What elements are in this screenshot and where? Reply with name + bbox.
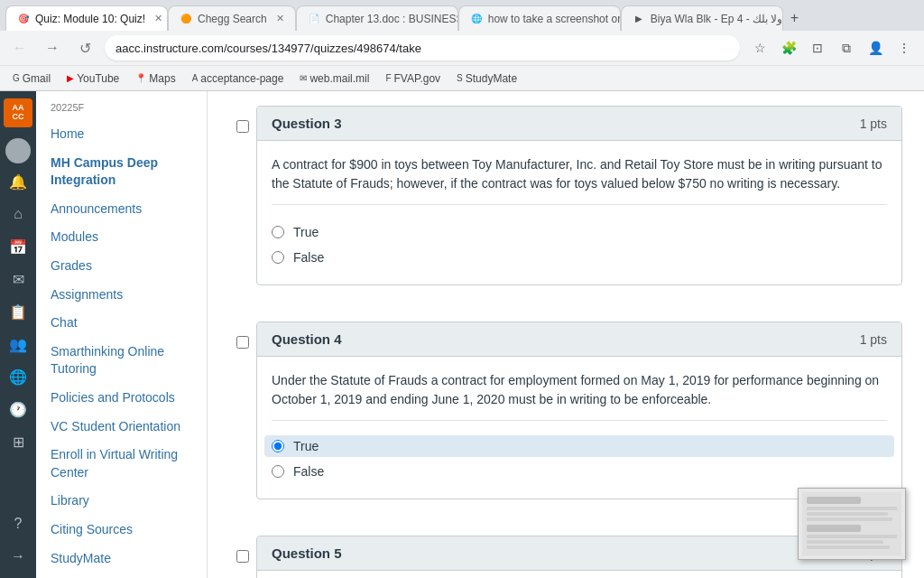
extension-puzzle-button[interactable]: 🧩 — [776, 35, 801, 61]
sidebar-item-home[interactable]: Home — [36, 120, 207, 149]
q3-label-true[interactable]: True — [293, 225, 319, 239]
address-bar-row: ← → ↺ ☆ 🧩 ⊡ ⧉ 👤 ⋮ — [0, 31, 924, 65]
question-4-block: Question 4 1 pts Under the Statute of Fr… — [256, 322, 902, 499]
forward-button[interactable]: → — [40, 35, 65, 61]
q4-checkbox[interactable] — [236, 336, 249, 349]
bookmark-star-button[interactable]: ☆ — [747, 35, 772, 61]
q4-title: Question 4 — [272, 331, 342, 347]
sidebar-item-citing-sources[interactable]: Citing Sources — [36, 516, 207, 545]
q5-title: Question 5 — [272, 545, 342, 561]
q4-label-true[interactable]: True — [293, 439, 319, 453]
tab-label-4: how to take a screenshot on m... — [488, 13, 621, 25]
webmail-favicon: ✉ — [300, 73, 307, 83]
sidebar: 20225F Home MH Campus Deep Integration A… — [36, 91, 208, 578]
tab-active[interactable]: 🎯 Quiz: Module 10: Quiz! ✕ — [5, 5, 168, 31]
tab-bar: 🎯 Quiz: Module 10: Quiz! ✕ 🟠 Chegg Searc… — [0, 0, 924, 31]
new-tab-button[interactable]: + — [783, 5, 806, 31]
globe-rail-icon[interactable]: 🌐 — [4, 362, 32, 391]
q3-text: A contract for $900 in toys between Toy … — [272, 155, 887, 205]
q4-radio-true[interactable] — [272, 440, 284, 452]
q5-checkbox[interactable] — [236, 550, 249, 563]
bookmark-maps-label: Maps — [149, 72, 175, 85]
q4-answer-2[interactable]: False — [272, 459, 887, 484]
q4-radio-false[interactable] — [272, 465, 284, 478]
clock-rail-icon[interactable]: 🕐 — [4, 395, 32, 424]
q4-body: Under the Statute of Frauds a contract f… — [257, 357, 901, 499]
bookmark-youtube[interactable]: ▶ YouTube — [61, 70, 125, 87]
grid-rail-icon[interactable]: ⊞ — [4, 427, 32, 456]
sidebar-item-vc-orientation[interactable]: VC Student Orientation — [36, 413, 207, 442]
svg-rect-4 — [807, 517, 892, 521]
question-3-row: Question 3 1 pts A contract for $900 in … — [229, 106, 902, 303]
refresh-button[interactable]: ↺ — [72, 35, 97, 61]
tab-label-2: Chegg Search — [198, 13, 267, 25]
grades-rail-icon[interactable]: 📋 — [4, 297, 32, 326]
address-input[interactable] — [105, 35, 740, 61]
bookmark-fvap-label: FVAP.gov — [394, 72, 441, 85]
sidebar-item-studymate[interactable]: StudyMate — [36, 545, 207, 573]
sidebar-item-announcements[interactable]: Announcements — [36, 195, 207, 224]
q4-text: Under the Statute of Frauds a contract f… — [272, 371, 887, 421]
window-button[interactable]: ⧉ — [834, 35, 859, 61]
q3-checkbox[interactable] — [236, 120, 249, 133]
sidebar-item-chat[interactable]: Chat — [36, 309, 207, 338]
people-rail-icon[interactable]: 👥 — [4, 330, 32, 359]
q3-label-false[interactable]: False — [293, 250, 324, 265]
bookmark-fvap[interactable]: F FVAP.gov — [380, 70, 446, 87]
sidebar-item-assignments[interactable]: Assignments — [36, 281, 207, 310]
home-rail-icon[interactable]: ⌂ — [4, 200, 32, 228]
tab-close-2[interactable]: ✕ — [276, 13, 284, 24]
bookmark-webmail[interactable]: ✉ web.mail.mil — [294, 70, 374, 87]
expand-rail-icon[interactable]: → — [4, 542, 32, 571]
tab-4[interactable]: 🌐 how to take a screenshot on m... ✕ — [458, 5, 621, 31]
bookmark-maps[interactable]: 📍 Maps — [130, 70, 180, 87]
tab-label-1: Quiz: Module 10: Quiz! — [35, 13, 145, 25]
tab-close-1[interactable]: ✕ — [154, 13, 162, 24]
svg-rect-8 — [807, 545, 890, 549]
q4-header: Question 4 1 pts — [257, 322, 901, 357]
bookmark-gmail[interactable]: G Gmail — [7, 70, 56, 87]
bookmark-studymate[interactable]: S StudyMate — [451, 70, 522, 87]
user-avatar[interactable] — [5, 138, 31, 163]
sidebar-item-writing-center[interactable]: Enroll in Virtual Writing Center — [36, 441, 207, 487]
sidebar-item-smarthinking[interactable]: Smarthinking Online Tutoring — [36, 338, 207, 384]
q3-radio-true[interactable] — [272, 226, 284, 238]
browser-chrome: 🎯 Quiz: Module 10: Quiz! ✕ 🟠 Chegg Searc… — [0, 0, 924, 91]
sidebar-item-modules[interactable]: Modules — [36, 223, 207, 252]
tab-3[interactable]: 📄 Chapter 13.doc : BUSINESS 1U ✕ — [296, 5, 458, 31]
menu-button[interactable]: ⋮ — [892, 35, 917, 61]
q3-answer-2[interactable]: False — [272, 245, 887, 270]
logo-text: AACC — [13, 104, 24, 122]
tab-5[interactable]: ▶ Biya Wla Blk - Ep 4 - البيت ولا بلك ✕ — [621, 5, 783, 31]
notifications-icon[interactable]: 🔔 — [4, 167, 32, 196]
tab-2[interactable]: 🟠 Chegg Search ✕ — [168, 5, 296, 31]
icon-rail: AACC 🔔 ⌂ 📅 ✉ 📋 👥 🌐 🕐 ⊞ ? → — [0, 91, 36, 578]
bookmark-acceptance[interactable]: A acceptance-page — [187, 70, 290, 87]
sidebar-item-policies[interactable]: Policies and Protocols — [36, 384, 207, 413]
sidebar-item-library[interactable]: Library — [36, 487, 207, 516]
tab-search-button[interactable]: ⊡ — [805, 35, 830, 61]
tab-favicon-3: 📄 — [308, 13, 320, 25]
q4-label-false[interactable]: False — [293, 464, 324, 479]
sidebar-item-mh-campus[interactable]: MH Campus Deep Integration — [36, 149, 207, 195]
lms-logo[interactable]: AACC — [4, 98, 32, 127]
bookmark-youtube-label: YouTube — [77, 72, 119, 85]
calendar-rail-icon[interactable]: 📅 — [4, 232, 32, 261]
sidebar-item-office365[interactable]: Office 365 — [36, 573, 207, 578]
tab-favicon-1: 🎯 — [17, 13, 30, 25]
main-layout: AACC 🔔 ⌂ 📅 ✉ 📋 👥 🌐 🕐 ⊞ ? → 20225F Home M… — [0, 91, 924, 578]
q3-radio-false[interactable] — [272, 251, 284, 264]
help-rail-icon[interactable]: ? — [4, 509, 32, 538]
bookmark-acceptance-label: acceptance-page — [200, 72, 283, 85]
back-button[interactable]: ← — [7, 35, 32, 61]
studymate-favicon: S — [457, 73, 463, 83]
q5-body: Jerome is an elderly man who lives with … — [257, 571, 901, 578]
thumbnail-svg — [802, 492, 901, 555]
sidebar-item-grades[interactable]: Grades — [36, 252, 207, 281]
profile-button[interactable]: 👤 — [863, 35, 888, 61]
svg-rect-2 — [807, 507, 897, 510]
inbox-rail-icon[interactable]: ✉ — [4, 265, 32, 294]
q4-answer-1[interactable]: True — [264, 435, 894, 457]
q3-answer-1[interactable]: True — [272, 219, 887, 245]
q3-body: A contract for $900 in toys between Toy … — [257, 141, 901, 284]
